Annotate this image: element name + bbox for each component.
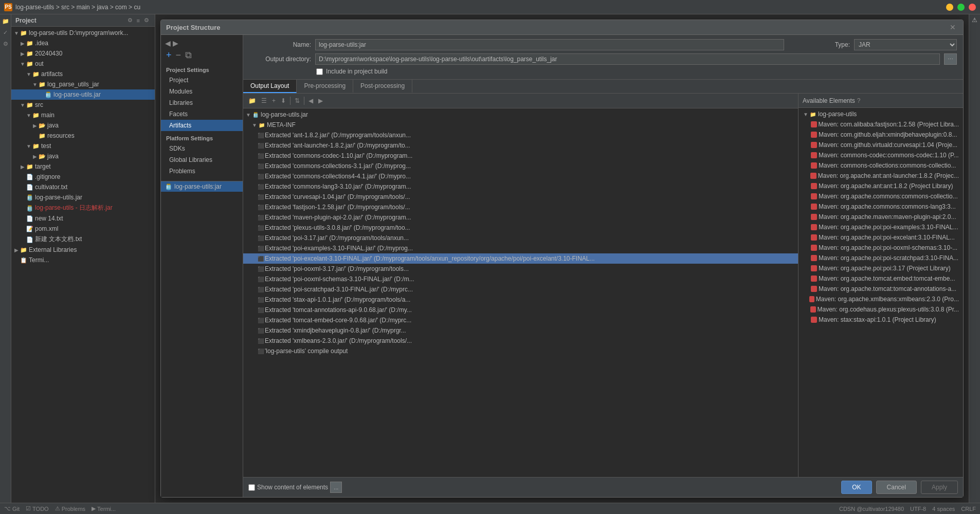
tree-item-root[interactable]: ▼ 📁 log-parse-utils D:\myprogram\work... bbox=[11, 28, 155, 38]
nav-back-btn[interactable]: ◀ bbox=[165, 39, 171, 47]
nav-copy-btn[interactable]: ⧉ bbox=[184, 50, 193, 60]
list-item[interactable]: ⬛ Extracted 'tomcat-embed-core-9.0.68.ja… bbox=[243, 315, 798, 325]
nav-item-global-libraries[interactable]: Global Libraries bbox=[161, 154, 243, 166]
available-item[interactable]: Maven: commons-codec:commons-codec:1.10 … bbox=[798, 150, 963, 160]
available-item[interactable]: Maven: org.apache.tomcat.embed:tomcat-em… bbox=[798, 273, 963, 284]
list-item[interactable]: ⬛ Extracted 'poi-3.17.jar/' (D:/myprogra… bbox=[243, 233, 798, 243]
problems-tab[interactable]: ⚠ Problems bbox=[55, 505, 85, 512]
available-item[interactable]: Maven: com.github.virtuald:curvesapi:1.0… bbox=[798, 140, 963, 150]
output-file-tree[interactable]: ▼ 🫙 log-parse-utils.jar ▼ 📁 bbox=[243, 108, 798, 477]
list-item[interactable]: ⬛ Extracted 'maven-plugin-api-2.0.jar/' … bbox=[243, 212, 798, 223]
terminal-tab[interactable]: ▶ Termi... bbox=[92, 505, 116, 512]
tree-item-artifacts[interactable]: ▼ 📁 artifacts bbox=[11, 69, 155, 79]
available-item[interactable]: Maven: commons-collections:commons-colle… bbox=[798, 160, 963, 171]
cancel-btn[interactable]: Cancel bbox=[876, 481, 917, 494]
list-item[interactable]: ⬛ Extracted 'curvesapi-1.04.jar/' (D:/my… bbox=[243, 192, 798, 202]
nav-add-btn[interactable]: + bbox=[165, 50, 173, 60]
available-item[interactable]: Maven: org.apache.poi:poi-excelant:3.10-… bbox=[798, 232, 963, 243]
tab-postprocessing[interactable]: Post-processing bbox=[353, 80, 412, 93]
available-item[interactable]: Maven: com.github.eljah:xmindjbehaveplug… bbox=[798, 130, 963, 140]
available-item[interactable]: Maven: org.apache.poi:poi-scratchpad:3.1… bbox=[798, 253, 963, 263]
nav-item-sdks[interactable]: SDKs bbox=[161, 143, 243, 154]
sidebar-project-icon[interactable]: 📁 bbox=[1, 16, 10, 26]
panel-collapse-btn[interactable]: ≡ bbox=[135, 16, 141, 24]
available-item[interactable]: Maven: org.apache.poi:poi-ooxml-schemas:… bbox=[798, 243, 963, 253]
tree-item-jar-file[interactable]: 🫙 log-parse-utils.jar bbox=[11, 89, 155, 100]
available-item[interactable]: Maven: org.apache.poi:poi-examples:3.10-… bbox=[798, 222, 963, 232]
tree-item-resources[interactable]: 📁 resources bbox=[11, 131, 155, 141]
tree-item-pom[interactable]: 📝 pom.xml bbox=[11, 224, 155, 234]
pane-sort-btn[interactable]: ⇅ bbox=[293, 95, 302, 106]
tree-item-newtxt[interactable]: 📄 新建 文本文档.txt bbox=[11, 234, 155, 245]
list-item[interactable]: ⬛ Extracted 'fastjson-1.2.58.jar/' (D:/m… bbox=[243, 202, 798, 212]
tree-item-test[interactable]: ▼ 📁 test bbox=[11, 141, 155, 151]
nav-item-problems[interactable]: Problems bbox=[161, 166, 243, 177]
tree-item-cultivator[interactable]: 📄 cultivator.txt bbox=[11, 182, 155, 192]
tree-item-src[interactable]: ▼ 📁 src bbox=[11, 100, 155, 110]
dialog-close-btn[interactable]: ✕ bbox=[948, 23, 958, 31]
ok-btn[interactable]: OK bbox=[841, 481, 872, 494]
tree-item-jar2[interactable]: 🫙 log-parse-utils - 日志解析.jar bbox=[11, 203, 155, 213]
pane-left-btn[interactable]: ◀ bbox=[306, 95, 315, 106]
close-btn[interactable] bbox=[969, 4, 976, 11]
nav-item-libraries[interactable]: Libraries bbox=[161, 97, 243, 108]
minimize-btn[interactable] bbox=[946, 4, 953, 11]
available-item[interactable]: Maven: org.apache.xmlbeans:xmlbeans:2.3.… bbox=[798, 294, 963, 304]
name-input[interactable] bbox=[315, 39, 784, 50]
available-item[interactable]: Maven: org.apache.ant:ant-launcher:1.8.2… bbox=[798, 171, 963, 181]
list-item[interactable]: ⬛ Extracted 'plexus-utils-3.0.8.jar/' (D… bbox=[243, 223, 798, 233]
list-item[interactable]: ⬛ Extracted 'stax-api-1.0.1.jar/' (D:/my… bbox=[243, 295, 798, 305]
list-item[interactable]: ⬛ Extracted 'commons-codec-1.10.jar/' (D… bbox=[243, 151, 798, 161]
nav-remove-btn[interactable]: − bbox=[175, 50, 183, 60]
tree-item-target[interactable]: ▶ 📁 target bbox=[11, 161, 155, 172]
todo-tab[interactable]: ☑ TODO bbox=[26, 505, 49, 512]
output-root-jar[interactable]: ▼ 🫙 log-parse-utils.jar bbox=[243, 109, 798, 120]
pane-right-btn[interactable]: ▶ bbox=[316, 95, 325, 106]
nav-item-modules[interactable]: Modules bbox=[161, 86, 243, 97]
nav-fwd-btn[interactable]: ▶ bbox=[173, 39, 178, 47]
show-content-browse-btn[interactable]: ... bbox=[330, 482, 342, 493]
available-item[interactable]: Maven: org.apache.poi:poi:3.17 (Project … bbox=[798, 263, 963, 273]
tree-item-jar1[interactable]: 🫙 log-parse-utils.jar bbox=[11, 192, 155, 203]
output-meta-inf[interactable]: ▼ 📁 META-INF bbox=[243, 120, 798, 130]
available-item[interactable]: Maven: stax:stax-api:1.0.1 (Project Libr… bbox=[798, 315, 963, 325]
show-content-checkbox[interactable] bbox=[248, 484, 255, 491]
tree-item-test-java[interactable]: ▶ 📂 java bbox=[11, 151, 155, 161]
available-item[interactable]: Maven: com.alibaba:fastjson:1.2.58 (Proj… bbox=[798, 119, 963, 130]
sidebar-structure-icon[interactable]: ⚙ bbox=[1, 39, 10, 48]
list-item[interactable]: ⬛ Extracted 'xmindjbehaveplugin-0.8.jar/… bbox=[243, 325, 798, 336]
tree-item-idea[interactable]: ▶ 📁 .idea bbox=[11, 38, 155, 48]
available-tree[interactable]: ▼ 📁 log-parse-utils Maven: com.alibaba:f bbox=[798, 108, 963, 477]
sidebar-commit-icon[interactable]: ✓ bbox=[1, 28, 10, 37]
available-item[interactable]: Maven: org.apache.maven:maven-plugin-api… bbox=[798, 212, 963, 222]
tab-output-layout[interactable]: Output Layout bbox=[243, 80, 297, 93]
nav-item-project[interactable]: Project bbox=[161, 75, 243, 86]
available-item[interactable]: Maven: org.apache.commons:commons-lang3:… bbox=[798, 201, 963, 212]
pane-folder-btn[interactable]: 📁 bbox=[246, 95, 258, 106]
list-item-compile-output[interactable]: ⬛ 'log-parse-utils' compile output bbox=[243, 346, 798, 356]
available-item[interactable]: Maven: org.apache.commons:commons-collec… bbox=[798, 191, 963, 201]
list-item[interactable]: ⬛ Extracted 'tomcat-annotations-api-9.0.… bbox=[243, 305, 798, 315]
git-tab[interactable]: ⌥ Git bbox=[4, 505, 20, 512]
list-item[interactable]: ⬛ Extracted 'commons-collections-3.1.jar… bbox=[243, 161, 798, 171]
tree-item-log-parse-jar-folder[interactable]: ▼ 📁 log_parse_utils_jar bbox=[11, 79, 155, 89]
available-item[interactable]: Maven: org.apache.tomcat:tomcat-annotati… bbox=[798, 284, 963, 294]
browse-btn[interactable]: ⋯ bbox=[944, 53, 957, 65]
include-build-checkbox[interactable] bbox=[316, 68, 323, 75]
list-item[interactable]: ⬛ Extracted 'commons-lang3-3.10.jar/' (D… bbox=[243, 181, 798, 192]
apply-btn[interactable]: Apply bbox=[921, 481, 958, 494]
list-item[interactable]: ⬛ Extracted 'commons-collections4-4.1.ja… bbox=[243, 171, 798, 181]
tree-item-main[interactable]: ▼ 📁 main bbox=[11, 110, 155, 120]
tree-item-java[interactable]: ▶ 📂 java bbox=[11, 120, 155, 131]
tree-item-scratches[interactable]: 📋 Termi... bbox=[11, 255, 155, 265]
project-tree[interactable]: ▼ 📁 log-parse-utils D:\myprogram\work...… bbox=[11, 27, 155, 503]
artifact-list-item[interactable]: 🫙 log-parse-utils:jar bbox=[161, 181, 243, 192]
available-item[interactable]: Maven: org.apache.ant:ant:1.8.2 (Project… bbox=[798, 181, 963, 191]
list-item[interactable]: ⬛ Extracted 'poi-ooxml-schemas-3.10-FINA… bbox=[243, 274, 798, 284]
tree-item-20240430[interactable]: ▶ 📁 20240430 bbox=[11, 48, 155, 59]
list-item[interactable]: ⬛ Extracted 'poi-examples-3.10-FINAL.jar… bbox=[243, 243, 798, 253]
tree-item-out[interactable]: ▼ 📁 out bbox=[11, 59, 155, 69]
tree-item-gitignore[interactable]: 📄 .gitignore bbox=[11, 172, 155, 182]
list-item[interactable]: ⬛ Extracted 'ant-launcher-1.8.2.jar/' (D… bbox=[243, 140, 798, 151]
pane-down-btn[interactable]: ⬇ bbox=[279, 95, 288, 106]
